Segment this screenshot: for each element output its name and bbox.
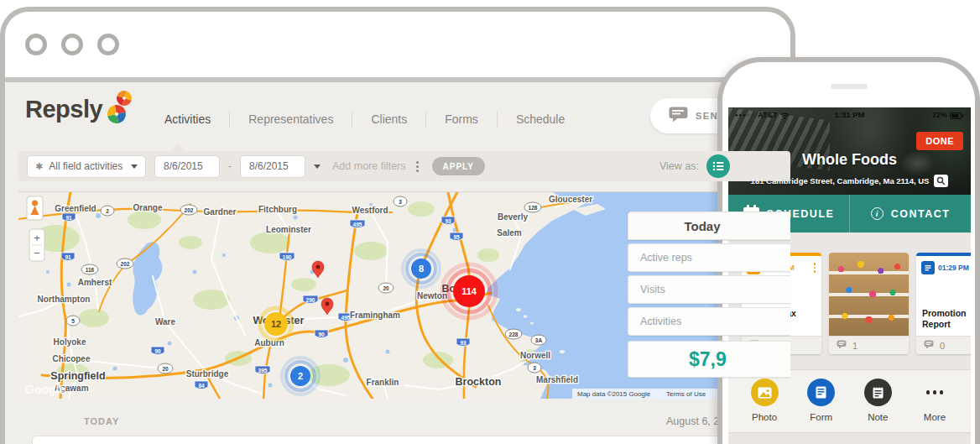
- svg-text:95: 95: [453, 234, 460, 240]
- zoom-out-button: −: [34, 247, 40, 259]
- svg-text:Springfield: Springfield: [50, 370, 105, 382]
- svg-text:90: 90: [154, 348, 161, 354]
- venue-title: Whole Foods: [728, 151, 971, 169]
- phone-status-bar: ●●●○○ AT&T 1:31 PM 72%: [728, 107, 971, 122]
- stat-value-sales: $7,9: [628, 341, 795, 378]
- filter-bar: ✱ All field activities 8/6/2015 - 8/6/20…: [18, 151, 790, 181]
- activity-card-report[interactable]: 01:29 PM Promotion Report: [916, 253, 971, 354]
- svg-text:2: 2: [106, 208, 109, 214]
- svg-text:20: 20: [162, 366, 169, 372]
- form-icon: [807, 379, 835, 406]
- svg-text:93: 93: [445, 218, 451, 224]
- svg-text:2: 2: [298, 371, 303, 381]
- chevron-down-icon: [131, 165, 138, 169]
- main-nav: Activities Representatives Clients Forms…: [146, 111, 583, 128]
- svg-text:Amherst: Amherst: [78, 278, 112, 287]
- svg-text:91: 91: [65, 215, 72, 221]
- svg-text:Chicopee: Chicopee: [52, 354, 90, 363]
- svg-text:5: 5: [71, 318, 75, 324]
- timeline-date-label: August 6, 20: [666, 415, 725, 427]
- svg-text:93: 93: [460, 340, 467, 346]
- stat-row-visits[interactable]: Visits: [628, 275, 795, 304]
- filters-kebab-icon[interactable]: [414, 159, 420, 174]
- browser-window: Repsly: [0, 7, 795, 444]
- view-as-label: View as:: [659, 160, 699, 172]
- add-more-filters-link[interactable]: Add more filters: [332, 160, 406, 172]
- date-range-separator: -: [228, 160, 232, 172]
- window-button-3[interactable]: [97, 34, 119, 55]
- browser-titlebar: [5, 12, 790, 82]
- svg-text:Marshfield: Marshfield: [536, 375, 578, 384]
- tab-activities[interactable]: Activities: [146, 111, 230, 128]
- svg-text:Leominster: Leominster: [266, 225, 311, 234]
- card-kebab-icon[interactable]: [814, 263, 818, 273]
- today-panel-title[interactable]: Today: [628, 212, 795, 240]
- activity-filter-select[interactable]: ✱ All field activities: [27, 155, 146, 178]
- svg-text:Orange: Orange: [133, 203, 162, 212]
- tool-label: Photo: [752, 412, 777, 422]
- window-button-1[interactable]: [25, 34, 47, 55]
- svg-text:Westford: Westford: [352, 206, 388, 215]
- svg-text:90: 90: [318, 332, 325, 337]
- done-button[interactable]: DONE: [916, 132, 963, 150]
- date-chevron-down-icon[interactable]: [314, 165, 321, 169]
- svg-text:114: 114: [461, 286, 477, 296]
- svg-text:Fitchburg: Fitchburg: [258, 205, 297, 214]
- svg-text:290: 290: [306, 297, 315, 303]
- carrier-label: AT&T: [758, 111, 777, 119]
- svg-text:Salem: Salem: [497, 228, 522, 238]
- venue-address-row: 181 Cambridge Street, Cambridge, Ma 2114…: [728, 175, 971, 187]
- photo-action-button[interactable]: Photo: [745, 379, 784, 432]
- svg-text:3: 3: [533, 365, 536, 371]
- stat-row-active-reps[interactable]: Active reps: [628, 243, 795, 272]
- stat-row-activities[interactable]: Activities: [628, 307, 795, 336]
- window-button-2[interactable]: [61, 34, 83, 55]
- zoom-control[interactable]: + −: [29, 229, 44, 261]
- date-to-input[interactable]: 8/6/2015: [240, 155, 305, 178]
- tool-label: Note: [868, 412, 888, 422]
- browser-content: Repsly: [5, 82, 790, 444]
- svg-text:3: 3: [399, 199, 402, 205]
- tab-forms[interactable]: Forms: [426, 111, 498, 128]
- svg-text:Sturbridge: Sturbridge: [186, 369, 229, 379]
- more-action-button[interactable]: More: [915, 379, 954, 432]
- timeline-card[interactable]: [32, 436, 792, 444]
- info-icon: i: [871, 207, 884, 220]
- cluster-south[interactable]: 2: [282, 358, 319, 394]
- signal-strength-icon: ●●●○○: [735, 112, 754, 118]
- apply-button[interactable]: APPLY: [432, 157, 485, 175]
- form-action-button[interactable]: Form: [802, 379, 841, 432]
- card-time: 01:29 PM: [938, 264, 969, 272]
- list-view-button[interactable]: [706, 154, 730, 178]
- date-from-input[interactable]: 8/6/2015: [154, 155, 220, 178]
- phone-screen-bottom-strip: [728, 432, 971, 444]
- card-footer: 1: [829, 336, 909, 354]
- svg-text:Norwell: Norwell: [520, 351, 550, 360]
- svg-text:Franklin: Franklin: [367, 378, 399, 387]
- svg-text:Gardner: Gardner: [204, 207, 237, 217]
- tool-label: More: [924, 412, 946, 422]
- svg-text:128: 128: [529, 205, 538, 211]
- svg-text:12: 12: [271, 319, 281, 329]
- note-action-button[interactable]: Note: [858, 379, 897, 432]
- cluster-west-boston[interactable]: 8: [403, 250, 440, 287]
- cluster-worcester[interactable]: 12: [260, 308, 292, 340]
- terms-of-use-link[interactable]: Terms of Use: [666, 390, 706, 398]
- tab-clients[interactable]: Clients: [352, 111, 426, 128]
- repsly-logo[interactable]: Repsly: [25, 96, 138, 129]
- comment-count: 0: [940, 341, 945, 351]
- tab-contact[interactable]: i CONTACT: [849, 195, 971, 232]
- svg-text:116: 116: [86, 267, 95, 273]
- phone-action-toolbar: Photo Form: [728, 369, 971, 432]
- tab-representatives[interactable]: Representatives: [230, 111, 352, 128]
- comment-bubble-icon: [924, 340, 934, 351]
- tool-label: Form: [810, 412, 832, 422]
- activity-card-photo[interactable]: 1: [829, 253, 909, 354]
- map-search-icon[interactable]: [934, 175, 948, 187]
- tab-schedule[interactable]: Schedule: [498, 111, 583, 128]
- today-stats-panel: Today Active reps Visits Activities $7,9: [628, 212, 795, 378]
- pegman-control[interactable]: [27, 196, 43, 220]
- svg-text:Gloucester: Gloucester: [549, 195, 592, 204]
- asterisk-icon: ✱: [35, 161, 43, 172]
- svg-text:202: 202: [185, 207, 194, 213]
